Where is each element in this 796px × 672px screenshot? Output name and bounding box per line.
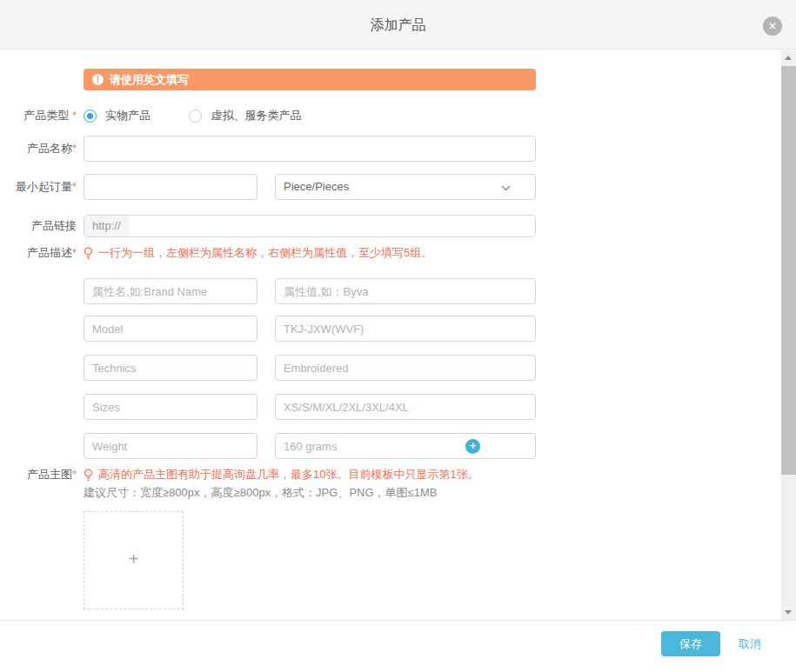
attribute-row	[0, 394, 574, 420]
required-mark: *	[72, 180, 77, 193]
main-image-subhint-row: 建议尺寸：宽度≥800px，高度≥800px，格式：JPG、PNG，单图≤1MB	[0, 485, 574, 501]
product-type-label: 产品类型 *	[0, 103, 77, 129]
required-mark: *	[72, 246, 77, 259]
dialog-footer: 保存 取消	[0, 620, 796, 672]
product-link-field: http://	[84, 215, 536, 237]
dialog-header: 添加产品 ✕	[0, 0, 796, 50]
radio-physical-label: 实物产品	[105, 108, 151, 123]
radio-virtual-label: 虚拟、服务类产品	[211, 108, 301, 123]
main-image-hint-text: 高清的产品主图有助于提高询盘几率，最多10张。目前模板中只显示第1张。	[98, 467, 479, 482]
attr-name-input-2[interactable]	[84, 316, 258, 342]
banner-text: 请使用英文填写	[110, 72, 189, 88]
product-desc-hint: 一行为一组，左侧栏为属性名称，右侧栏为属性值，至少填写5组。	[84, 245, 432, 261]
radio-physical-product[interactable]: 实物产品	[84, 103, 151, 129]
info-icon: !	[92, 74, 104, 85]
scrollbar-thumb[interactable]	[781, 66, 796, 475]
attribute-row	[0, 355, 574, 381]
scroll-up-icon	[785, 56, 792, 60]
product-name-label: 产品名称*	[0, 136, 77, 162]
scroll-up-button[interactable]	[781, 50, 796, 65]
attr-name-input-4[interactable]	[84, 394, 258, 420]
attr-name-input-5[interactable]	[84, 433, 258, 459]
product-link-input[interactable]	[130, 216, 535, 236]
product-desc-row: 产品描述* 一行为一组，左侧栏为属性名称，右侧栏为属性值，至少填写5组。	[0, 245, 574, 261]
main-image-subhint-text: 建议尺寸：宽度≥800px，高度≥800px，格式：JPG、PNG，单图≤1MB	[84, 485, 437, 501]
attr-value-input-5[interactable]	[275, 433, 536, 459]
scroll-down-icon	[785, 610, 792, 615]
add-product-dialog: 添加产品 ✕ ! 请使用英文填写 产品类型 * 实物产品 虚拟、服务类产品	[0, 0, 796, 672]
moq-unit-select[interactable]: Piece/Pieces	[275, 174, 536, 200]
dialog-title: 添加产品	[0, 0, 796, 50]
required-mark: *	[69, 109, 77, 122]
product-name-input[interactable]	[84, 136, 536, 162]
product-name-field	[84, 136, 536, 162]
moq-label: 最小起订量*	[0, 174, 77, 200]
attr-value-input-2[interactable]	[275, 316, 536, 342]
attr-value-input-3[interactable]	[275, 355, 536, 381]
chevron-down-icon	[501, 185, 511, 191]
image-upload-dropzone[interactable]: +	[84, 511, 184, 609]
upload-plus-icon: +	[84, 549, 183, 569]
product-link-input-wrap: http://	[84, 215, 536, 237]
close-button[interactable]: ✕	[763, 17, 782, 36]
moq-unit-value: Piece/Pieces	[284, 180, 349, 193]
product-desc-hint-text: 一行为一组，左侧栏为属性名称，右侧栏为属性值，至少填写5组。	[98, 245, 432, 261]
url-prefix: http://	[84, 216, 130, 236]
moq-quantity-input[interactable]	[84, 174, 258, 200]
dialog-body: ! 请使用英文填写 产品类型 * 实物产品 虚拟、服务类产品 产品名称*	[0, 50, 796, 620]
product-name-row: 产品名称*	[0, 136, 574, 162]
english-notice-banner: ! 请使用英文填写	[84, 69, 536, 90]
scroll-down-button[interactable]	[781, 605, 796, 620]
attribute-row	[0, 316, 574, 342]
main-image-hint: 高清的产品主图有助于提高询盘几率，最多10张。目前模板中只显示第1张。	[84, 467, 479, 482]
product-type-row: 产品类型 * 实物产品 虚拟、服务类产品	[0, 103, 574, 129]
radio-unselected-icon	[189, 110, 202, 123]
product-link-label: 产品链接	[0, 215, 77, 237]
main-image-row: 产品主图* 高清的产品主图有助于提高询盘几率，最多10张。目前模板中只显示第1张…	[0, 467, 574, 482]
product-link-row: 产品链接 http://	[0, 215, 574, 237]
product-type-field: 实物产品 虚拟、服务类产品	[84, 103, 336, 129]
plus-icon: +	[470, 439, 477, 452]
attr-name-input-1[interactable]	[84, 278, 258, 304]
cancel-button[interactable]: 取消	[739, 631, 761, 656]
moq-field	[84, 174, 258, 200]
radio-virtual-product[interactable]: 虚拟、服务类产品	[189, 103, 301, 129]
radio-selected-icon	[84, 110, 97, 123]
attribute-row: +	[0, 433, 574, 459]
required-mark: *	[72, 142, 77, 155]
attribute-row	[0, 278, 574, 304]
main-image-label: 产品主图*	[0, 467, 77, 482]
attr-name-input-3[interactable]	[84, 355, 258, 381]
lightbulb-icon	[84, 469, 93, 482]
lightbulb-icon	[84, 247, 93, 260]
attr-value-input-4[interactable]	[275, 394, 536, 420]
attr-value-input-1[interactable]	[275, 278, 536, 304]
save-button[interactable]: 保存	[661, 631, 720, 656]
product-desc-label: 产品描述*	[0, 245, 77, 261]
required-mark: *	[72, 468, 77, 481]
moq-row: 最小起订量* Piece/Pieces	[0, 174, 574, 200]
vertical-scrollbar	[781, 50, 796, 620]
add-attribute-row-button[interactable]: +	[465, 439, 480, 454]
close-icon: ✕	[768, 20, 777, 32]
